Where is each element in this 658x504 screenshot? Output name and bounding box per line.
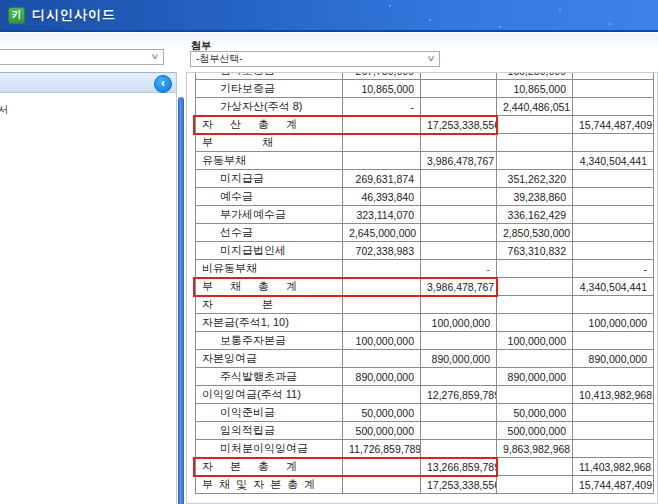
toolbar: ∨ 첨부 -첨부선택- ∨ — [0, 34, 658, 72]
table-row: 부 채 및 자 본 총 계17,253,338,55615,744,487,40… — [196, 476, 654, 494]
row-value-c3 — [497, 134, 573, 152]
row-value-c1: 50,000,000 — [343, 404, 421, 422]
row-value-c4 — [573, 404, 654, 422]
row-label: 비유동부채 — [196, 260, 343, 278]
table-row: 자 본 총 계13,266,859,78911,403,982,968 — [196, 458, 654, 476]
table-row: 임의적립금500,000,000500,000,000 — [196, 422, 654, 440]
row-value-c4 — [573, 134, 654, 152]
table-row: 자본잉여금890,000,000890,000,000 — [196, 350, 654, 368]
row-value-c4 — [573, 206, 654, 224]
balance-sheet-table: 임차보증금267,750,000155,250,000기타보증금10,865,0… — [195, 72, 654, 494]
row-value-c1: 269,631,874 — [343, 170, 421, 188]
table-row: 미처분이익잉여금11,726,859,7899,863,982,968 — [196, 440, 654, 458]
row-value-c4 — [573, 422, 654, 440]
row-label: 자본잉여금 — [196, 350, 343, 368]
row-value-c2 — [421, 332, 497, 350]
table-row: 선수금2,645,000,0002,850,530,000 — [196, 224, 654, 242]
row-label: 예수금 — [196, 188, 343, 206]
row-value-c1: - — [343, 98, 421, 116]
table-row: 유동부채3,986,478,7674,340,504,441 — [196, 152, 654, 170]
row-value-c1: 702,338,983 — [343, 242, 421, 260]
row-value-c1: 500,000,000 — [343, 422, 421, 440]
row-value-c1: 890,000,000 — [343, 368, 421, 386]
row-value-c1 — [343, 260, 421, 278]
row-value-c1 — [343, 134, 421, 152]
row-value-c2 — [421, 134, 497, 152]
table-row: 이익준비금50,000,00050,000,000 — [196, 404, 654, 422]
row-value-c4 — [573, 368, 654, 386]
collapse-sidebar-button[interactable]: ‹ — [154, 75, 172, 93]
table-wrap: 임차보증금267,750,000155,250,000기타보증금10,865,0… — [195, 72, 655, 494]
row-value-c2 — [421, 368, 497, 386]
row-value-c4: 100,000,000 — [573, 314, 654, 332]
row-value-c2: 12,276,859,789 — [421, 386, 497, 404]
panel-divider-scrollbar[interactable] — [178, 97, 184, 504]
table-row: 주식발행초과금890,000,000890,000,000 — [196, 368, 654, 386]
row-value-c4: 10,413,982,968 — [573, 386, 654, 404]
row-label: 가상자산(주석 8) — [196, 98, 343, 116]
row-value-c1: 11,726,859,789 — [343, 440, 421, 458]
row-label: 미지급금 — [196, 170, 343, 188]
row-value-c4: 15,744,487,409 — [573, 116, 654, 134]
row-value-c3: 2,440,486,051 — [497, 98, 573, 116]
row-value-c4 — [573, 296, 654, 314]
row-label: 자본금(주석1, 10) — [196, 314, 343, 332]
table-row: 임차보증금267,750,000155,250,000 — [196, 72, 654, 80]
row-value-c1 — [343, 296, 421, 314]
row-label: 선수금 — [196, 224, 343, 242]
row-value-c3 — [497, 260, 573, 278]
row-value-c3 — [497, 152, 573, 170]
row-value-c2 — [421, 80, 497, 98]
row-value-c1 — [343, 116, 421, 134]
row-value-c2 — [421, 296, 497, 314]
row-value-c4: 11,403,982,968 — [573, 458, 654, 476]
row-label: 미처분이익잉여금 — [196, 440, 343, 458]
row-value-c1: 323,114,070 — [343, 206, 421, 224]
table-row: 부 채 총 계3,986,478,7674,340,504,441 — [196, 278, 654, 296]
row-value-c2 — [421, 188, 497, 206]
row-value-c2 — [421, 72, 497, 80]
row-value-c3: 2,850,530,000 — [497, 224, 573, 242]
row-value-c2 — [421, 170, 497, 188]
row-value-c4: 4,340,504,441 — [573, 152, 654, 170]
row-value-c2 — [421, 206, 497, 224]
row-value-c1 — [343, 152, 421, 170]
row-label: 자 산 총 계 — [196, 116, 343, 134]
row-value-c2: 17,253,338,556 — [421, 116, 497, 134]
row-label: 미지급법인세 — [196, 242, 343, 260]
row-value-c2: 13,266,859,789 — [421, 458, 497, 476]
row-value-c2 — [421, 242, 497, 260]
row-value-c4: 890,000,000 — [573, 350, 654, 368]
row-value-c1: 10,865,000 — [343, 80, 421, 98]
row-value-c4: 15,744,487,409 — [573, 476, 654, 494]
chevron-down-icon: ∨ — [150, 53, 159, 61]
row-value-c2 — [421, 440, 497, 458]
app-title: 디시인사이드 — [32, 6, 116, 24]
table-row: 자 본 — [196, 296, 654, 314]
row-value-c3 — [497, 476, 573, 494]
row-value-c2 — [421, 404, 497, 422]
row-value-c1 — [343, 350, 421, 368]
row-value-c4 — [573, 224, 654, 242]
row-value-c1 — [343, 278, 421, 296]
attach-select[interactable]: -첨부선택- ∨ — [190, 51, 440, 67]
row-value-c4: 4,340,504,441 — [573, 278, 654, 296]
financial-statement-panel: 임차보증금267,750,000155,250,000기타보증금10,865,0… — [186, 72, 658, 504]
row-value-c3: 50,000,000 — [497, 404, 573, 422]
table-row: 가상자산(주석 8)-2,440,486,051 — [196, 98, 654, 116]
sidebar-item-report[interactable]: 고서 — [0, 103, 8, 117]
row-value-c4 — [573, 188, 654, 206]
row-label: 유동부채 — [196, 152, 343, 170]
row-label: 자 본 — [196, 296, 343, 314]
attach-select-value: -첨부선택- — [196, 52, 243, 66]
row-value-c1: 100,000,000 — [343, 332, 421, 350]
row-value-c4: - — [573, 260, 654, 278]
row-value-c1: 267,750,000 — [343, 72, 421, 80]
row-value-c1 — [343, 458, 421, 476]
left-select[interactable]: ∨ — [0, 49, 164, 65]
row-value-c3 — [497, 314, 573, 332]
row-value-c3: 351,262,320 — [497, 170, 573, 188]
sidebar-header — [0, 73, 176, 93]
row-label: 이익잉여금(주석 11) — [196, 386, 343, 404]
row-value-c3: 336,162,429 — [497, 206, 573, 224]
